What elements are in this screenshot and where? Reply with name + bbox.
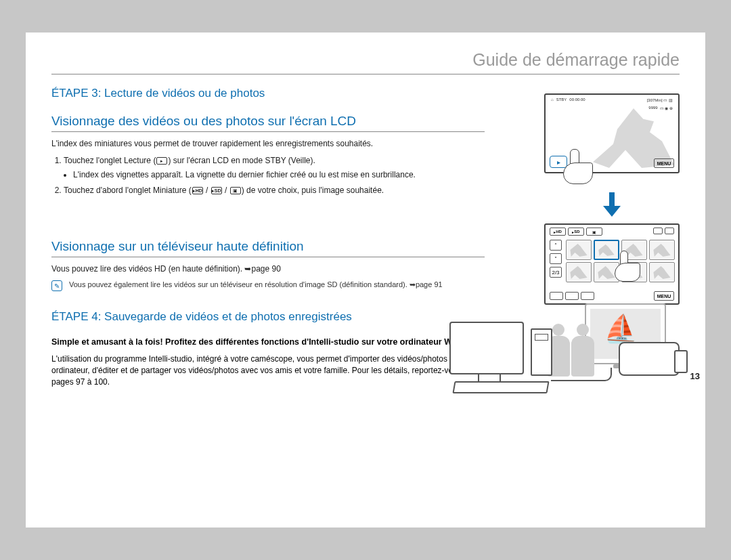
step-item-1-sub: L'index des vignettes apparaît. La vigne… — [73, 169, 512, 181]
hand-pointer-icon — [612, 251, 646, 284]
photo-count: 9999 — [648, 106, 657, 110]
card-icon-2 — [653, 228, 663, 234]
section-tv-title: Visionnage sur un téléviseur haute défin… — [51, 239, 485, 257]
steps-list: Touchez l'onglet Lecture (▸) sur l'écran… — [64, 155, 512, 196]
sd-icon: ▸SD — [211, 187, 222, 194]
step4-heading: ÉTAPE 4: Sauvegarde de vidéos et de phot… — [51, 310, 512, 324]
cable-icon — [551, 368, 612, 381]
time-counter: 00:00:00 — [569, 98, 585, 102]
lcd-illustration-group: ⌂ STBY 00:00:00 [307Min] ▭ ▥ 9999 ▭ ◉ ⊕ … — [544, 93, 680, 305]
page-number: 13 — [690, 371, 700, 381]
step4-bold-intro: Simple et amusant à la fois! Profitez de… — [51, 337, 485, 347]
tab-photo[interactable]: ▣ — [586, 228, 602, 236]
stby-label: STBY — [556, 98, 567, 102]
battery-icon — [665, 228, 674, 234]
remaining-time: [307Min] — [647, 98, 663, 102]
menu-button[interactable]: MENU — [654, 158, 674, 168]
page-indicator: 2/3 — [550, 267, 562, 278]
step4-body: L'utilisation du programme Intelli-studi… — [51, 353, 485, 387]
play-tab-icon: ▸ — [156, 157, 167, 165]
hand-pointer-icon — [558, 149, 598, 190]
thumbnail[interactable] — [566, 240, 592, 260]
hd-icon: ▸HD — [192, 187, 203, 194]
monitor-icon — [449, 322, 524, 374]
pc-tower-icon — [531, 328, 552, 376]
manual-page: Guide de démarrage rapide ÉTAPE 3: Lectu… — [26, 33, 705, 527]
up-button[interactable]: ˄ — [550, 240, 562, 251]
thumbnail[interactable] — [649, 262, 675, 282]
note-box: ✎ Vous pouvez également lire les vidéos … — [51, 280, 512, 291]
thumbnail[interactable] — [566, 262, 592, 282]
status-icons: ▭ ◉ ⊕ — [660, 106, 673, 110]
tab-hd[interactable]: ▸HD — [550, 228, 566, 236]
down-button[interactable]: ˅ — [550, 253, 562, 264]
mode-icon: ⌂ — [551, 98, 554, 102]
keyboard-icon — [452, 381, 549, 393]
step3-heading: ÉTAPE 3: Lecture de vidéos ou de photos — [51, 87, 512, 100]
view-option-1[interactable] — [550, 292, 563, 300]
section-tv-intro: Vous pouvez lire des vidéos HD (en haute… — [51, 264, 512, 274]
step-item-1: Touchez l'onglet Lecture (▸) sur l'écran… — [64, 155, 512, 181]
arrow-down-icon — [603, 192, 621, 218]
thumbnail[interactable] — [649, 240, 675, 260]
note-text: Vous pouvez également lire les vidéos su… — [69, 280, 443, 289]
note-icon: ✎ — [51, 280, 62, 291]
photo-icon: ▣ — [230, 187, 241, 194]
section-lcd-title: Visionnage des vidéos ou des photos sur … — [51, 114, 485, 132]
step-item-2: Touchez d'abord l'onglet Miniature (▸HD … — [64, 185, 512, 196]
lcd-screen-thumbnails: ▸HD ▸SD ▣ ˄ ˅ 2/3 — [544, 223, 680, 305]
lcd-screen-standby: ⌂ STBY 00:00:00 [307Min] ▭ ▥ 9999 ▭ ◉ ⊕ … — [544, 93, 680, 173]
view-option-2[interactable] — [565, 292, 579, 300]
section-lcd-intro: L'index des miniatures vous permet de tr… — [51, 139, 512, 148]
menu-button-2[interactable]: MENU — [654, 291, 674, 301]
view-option-3[interactable] — [581, 292, 594, 300]
pc-illustration — [449, 322, 680, 396]
camcorder-icon — [619, 342, 680, 376]
tab-sd[interactable]: ▸SD — [568, 228, 584, 236]
chapter-title: Guide de démarrage rapide — [51, 50, 680, 74]
card-icon: ▭ ▥ — [663, 98, 673, 102]
